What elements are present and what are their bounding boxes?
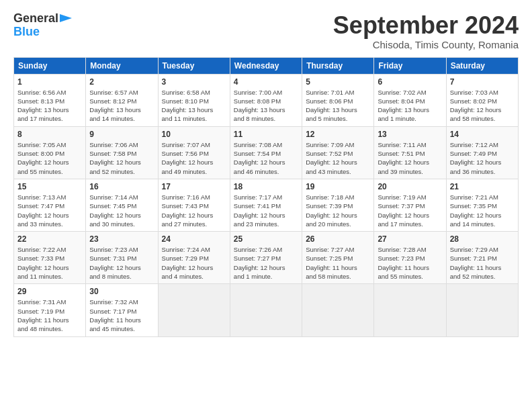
day-number: 2	[89, 77, 154, 87]
day-info: Sunrise: 7:09 AM Sunset: 7:52 PM Dayligh…	[306, 140, 370, 176]
day-number: 22	[17, 234, 82, 244]
title-section: September 2024 Chisoda, Timis County, Ro…	[333, 12, 519, 50]
day-number: 5	[306, 77, 370, 87]
day-info: Sunrise: 7:06 AM Sunset: 7:58 PM Dayligh…	[89, 140, 154, 176]
table-cell: 10Sunrise: 7:07 AM Sunset: 7:56 PM Dayli…	[158, 126, 230, 179]
table-cell: 23Sunrise: 7:23 AM Sunset: 7:31 PM Dayli…	[86, 232, 158, 284]
day-number: 15	[17, 182, 82, 191]
calendar-header-row: Sunday Monday Tuesday Wednesday Thursday…	[14, 57, 519, 74]
week-row-2: 8Sunrise: 7:05 AM Sunset: 8:00 PM Daylig…	[14, 126, 519, 179]
day-number: 4	[234, 77, 298, 87]
table-cell: 27Sunrise: 7:28 AM Sunset: 7:23 PM Dayli…	[374, 232, 446, 284]
day-info: Sunrise: 7:22 AM Sunset: 7:33 PM Dayligh…	[17, 245, 82, 281]
day-number: 28	[450, 234, 515, 244]
day-info: Sunrise: 7:21 AM Sunset: 7:35 PM Dayligh…	[450, 193, 515, 228]
table-cell: 20Sunrise: 7:19 AM Sunset: 7:37 PM Dayli…	[374, 179, 446, 231]
table-cell: 8Sunrise: 7:05 AM Sunset: 8:00 PM Daylig…	[14, 126, 86, 179]
table-cell	[446, 284, 518, 336]
col-thursday: Thursday	[302, 57, 374, 74]
col-saturday: Saturday	[446, 57, 518, 74]
table-cell: 28Sunrise: 7:29 AM Sunset: 7:21 PM Dayli…	[446, 232, 518, 284]
day-number: 3	[162, 77, 226, 87]
col-friday: Friday	[374, 57, 446, 74]
col-sunday: Sunday	[14, 57, 86, 74]
day-info: Sunrise: 7:13 AM Sunset: 7:47 PM Dayligh…	[17, 193, 82, 228]
day-number: 26	[306, 234, 370, 244]
calendar-table: Sunday Monday Tuesday Wednesday Thursday…	[13, 57, 519, 337]
day-info: Sunrise: 7:05 AM Sunset: 8:00 PM Dayligh…	[17, 140, 82, 176]
day-number: 16	[89, 182, 154, 191]
day-info: Sunrise: 7:11 AM Sunset: 7:51 PM Dayligh…	[378, 140, 442, 176]
day-number: 12	[306, 130, 370, 139]
table-cell: 3Sunrise: 6:58 AM Sunset: 8:10 PM Daylig…	[158, 74, 230, 126]
day-info: Sunrise: 7:02 AM Sunset: 8:04 PM Dayligh…	[378, 88, 442, 124]
day-info: Sunrise: 7:01 AM Sunset: 8:06 PM Dayligh…	[306, 88, 370, 124]
table-cell: 13Sunrise: 7:11 AM Sunset: 7:51 PM Dayli…	[374, 126, 446, 179]
svg-marker-0	[60, 14, 72, 22]
day-number: 10	[162, 130, 226, 139]
table-cell	[158, 284, 230, 336]
day-number: 8	[17, 130, 82, 139]
header: General Blue September 2024 Chisoda, Tim…	[13, 12, 519, 50]
day-number: 17	[162, 182, 226, 191]
table-cell: 4Sunrise: 7:00 AM Sunset: 8:08 PM Daylig…	[230, 74, 302, 126]
table-cell: 1Sunrise: 6:56 AM Sunset: 8:13 PM Daylig…	[14, 74, 86, 126]
table-cell: 14Sunrise: 7:12 AM Sunset: 7:49 PM Dayli…	[446, 126, 518, 179]
table-cell: 7Sunrise: 7:03 AM Sunset: 8:02 PM Daylig…	[446, 74, 518, 126]
logo-blue-text: Blue	[13, 26, 73, 39]
table-cell	[374, 284, 446, 336]
table-cell: 17Sunrise: 7:16 AM Sunset: 7:43 PM Dayli…	[158, 179, 230, 231]
day-info: Sunrise: 7:32 AM Sunset: 7:17 PM Dayligh…	[89, 298, 154, 333]
day-number: 11	[234, 130, 298, 139]
day-info: Sunrise: 7:16 AM Sunset: 7:43 PM Dayligh…	[162, 193, 226, 228]
table-cell: 25Sunrise: 7:26 AM Sunset: 7:27 PM Dayli…	[230, 232, 302, 284]
table-cell	[302, 284, 374, 336]
day-info: Sunrise: 7:12 AM Sunset: 7:49 PM Dayligh…	[450, 140, 515, 176]
day-number: 29	[17, 287, 82, 296]
table-cell: 18Sunrise: 7:17 AM Sunset: 7:41 PM Dayli…	[230, 179, 302, 231]
day-info: Sunrise: 7:23 AM Sunset: 7:31 PM Dayligh…	[89, 245, 154, 281]
day-info: Sunrise: 7:26 AM Sunset: 7:27 PM Dayligh…	[234, 245, 298, 281]
location-title: Chisoda, Timis County, Romania	[333, 39, 519, 50]
day-number: 6	[378, 77, 442, 87]
day-number: 18	[234, 182, 298, 191]
col-tuesday: Tuesday	[158, 57, 230, 74]
table-cell: 6Sunrise: 7:02 AM Sunset: 8:04 PM Daylig…	[374, 74, 446, 126]
table-cell: 24Sunrise: 7:24 AM Sunset: 7:29 PM Dayli…	[158, 232, 230, 284]
day-info: Sunrise: 6:56 AM Sunset: 8:13 PM Dayligh…	[17, 88, 82, 124]
col-monday: Monday	[86, 57, 158, 74]
table-cell: 16Sunrise: 7:14 AM Sunset: 7:45 PM Dayli…	[86, 179, 158, 231]
week-row-3: 15Sunrise: 7:13 AM Sunset: 7:47 PM Dayli…	[14, 179, 519, 231]
table-cell: 11Sunrise: 7:08 AM Sunset: 7:54 PM Dayli…	[230, 126, 302, 179]
day-info: Sunrise: 7:27 AM Sunset: 7:25 PM Dayligh…	[306, 245, 370, 281]
table-cell: 12Sunrise: 7:09 AM Sunset: 7:52 PM Dayli…	[302, 126, 374, 179]
day-info: Sunrise: 7:14 AM Sunset: 7:45 PM Dayligh…	[89, 193, 154, 228]
logo-flag-icon	[60, 14, 73, 25]
day-number: 7	[450, 77, 515, 87]
day-info: Sunrise: 7:18 AM Sunset: 7:39 PM Dayligh…	[306, 193, 370, 228]
table-cell: 15Sunrise: 7:13 AM Sunset: 7:47 PM Dayli…	[14, 179, 86, 231]
table-cell: 21Sunrise: 7:21 AM Sunset: 7:35 PM Dayli…	[446, 179, 518, 231]
page: General Blue September 2024 Chisoda, Tim…	[0, 0, 532, 411]
logo: General Blue	[13, 12, 73, 39]
day-info: Sunrise: 7:03 AM Sunset: 8:02 PM Dayligh…	[450, 88, 515, 124]
table-cell: 29Sunrise: 7:31 AM Sunset: 7:19 PM Dayli…	[14, 284, 86, 336]
day-info: Sunrise: 7:29 AM Sunset: 7:21 PM Dayligh…	[450, 245, 515, 281]
day-number: 20	[378, 182, 442, 191]
week-row-5: 29Sunrise: 7:31 AM Sunset: 7:19 PM Dayli…	[14, 284, 519, 336]
day-number: 23	[89, 234, 154, 244]
week-row-1: 1Sunrise: 6:56 AM Sunset: 8:13 PM Daylig…	[14, 74, 519, 126]
day-info: Sunrise: 7:17 AM Sunset: 7:41 PM Dayligh…	[234, 193, 298, 228]
day-info: Sunrise: 7:24 AM Sunset: 7:29 PM Dayligh…	[162, 245, 226, 281]
table-cell: 9Sunrise: 7:06 AM Sunset: 7:58 PM Daylig…	[86, 126, 158, 179]
day-info: Sunrise: 7:28 AM Sunset: 7:23 PM Dayligh…	[378, 245, 442, 281]
day-number: 25	[234, 234, 298, 244]
day-number: 13	[378, 130, 442, 139]
day-number: 14	[450, 130, 515, 139]
day-info: Sunrise: 7:00 AM Sunset: 8:08 PM Dayligh…	[234, 88, 298, 124]
day-number: 30	[89, 287, 154, 296]
day-info: Sunrise: 6:58 AM Sunset: 8:10 PM Dayligh…	[162, 88, 226, 124]
day-number: 21	[450, 182, 515, 191]
table-cell: 26Sunrise: 7:27 AM Sunset: 7:25 PM Dayli…	[302, 232, 374, 284]
day-info: Sunrise: 7:19 AM Sunset: 7:37 PM Dayligh…	[378, 193, 442, 228]
